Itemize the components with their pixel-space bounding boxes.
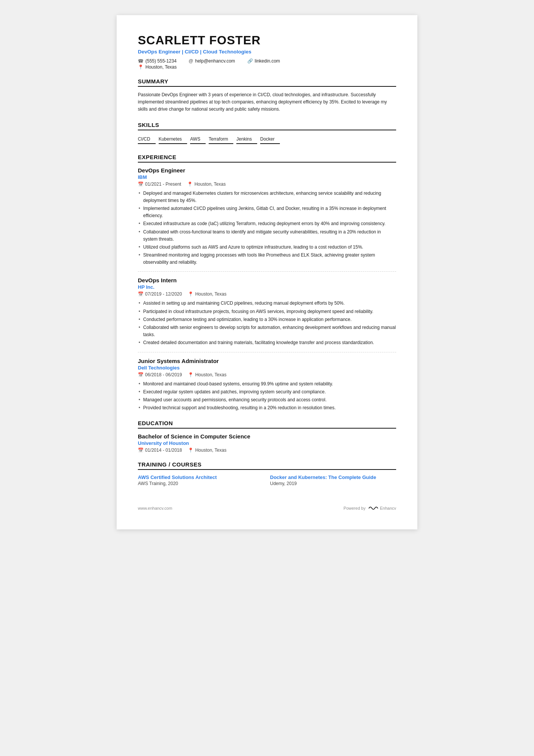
education-section-title: EDUCATION [138,420,396,429]
training-section: TRAINING / COURSES AWS Certified Solutio… [138,461,396,486]
bullet-item: Deployed and managed Kubernetes clusters… [138,190,396,204]
location-icon: 📍 [187,182,193,187]
experience-section-title: EXPERIENCE [138,154,396,163]
bullet-item: Streamlined monitoring and logging proce… [138,252,396,266]
calendar-icon: 📅 [138,182,144,187]
bullet-item: Assisted in setting up and maintaining C… [138,300,396,307]
edu-location-icon: 📍 [188,448,194,453]
company-name: HP Inc. [138,284,396,290]
location-icon: 📍 [188,291,194,297]
job-date: 📅 07/2019 - 12/2020 [138,291,182,297]
job-separator [138,271,396,272]
header: SCARLETT FOSTER DevOps Engineer | CI/CD … [138,33,396,70]
job-title: DevOps Engineer [138,167,396,174]
job-title: Junior Systems Administrator [138,358,396,364]
job-meta: 📅 01/2021 - Present 📍 Houston, Texas [138,182,396,187]
footer-website: www.enhancv.com [138,506,172,510]
job-bullets: Monitored and maintained cloud-based sys… [138,380,396,412]
bullet-item: Collaborated with senior engineers to de… [138,324,396,338]
training-item-title: Docker and Kubernetes: The Complete Guid… [270,474,396,480]
bullet-item: Executed infrastructure as code (IaC) ut… [138,220,396,227]
summary-section-title: SUMMARY [138,78,396,87]
job-meta: 📅 07/2019 - 12/2020 📍 Houston, Texas [138,291,396,297]
bullet-item: Executed regular system updates and patc… [138,388,396,396]
job-location: 📍 Houston, Texas [188,291,226,297]
link-icon: 🔗 [247,58,253,64]
company-name: Dell Technologies [138,365,396,371]
bullet-item: Managed user accounts and permissions, e… [138,396,396,404]
bullet-item: Implemented automated CI/CD pipelines us… [138,205,396,219]
bullet-item: Provided technical support and troublesh… [138,404,396,412]
footer-brand: Powered by Enhancv [344,505,396,511]
skill-tag: AWS [190,135,206,144]
jobs-container: DevOps EngineerIBM 📅 01/2021 - Present 📍… [138,167,396,412]
job-bullets: Assisted in setting up and maintaining C… [138,300,396,346]
bullet-item: Created detailed documentation and train… [138,339,396,346]
location-icon: 📍 [188,372,194,377]
resume-page: SCARLETT FOSTER DevOps Engineer | CI/CD … [117,15,417,529]
job-meta: 📅 06/2018 - 06/2019 📍 Houston, Texas [138,372,396,377]
phone-icon: ☎ [138,58,144,64]
bullet-item: Conducted performance testing and optimi… [138,316,396,323]
summary-text: Passionate DevOps Engineer with 3 years … [138,91,396,113]
training-grid: AWS Certified Solutions ArchitectAWS Tra… [138,474,396,486]
bullet-item: Monitored and maintained cloud-based sys… [138,380,396,388]
job-date: 📅 01/2021 - Present [138,182,181,187]
training-item-subtitle: Udemy, 2019 [270,481,396,486]
calendar-icon: 📅 [138,291,144,297]
skill-tag: CI/CD [138,135,156,144]
email-contact: @ help@enhancv.com [189,58,235,64]
job-location: 📍 Houston, Texas [187,182,226,187]
experience-section: EXPERIENCE DevOps EngineerIBM 📅 01/2021 … [138,154,396,412]
training-item: Docker and Kubernetes: The Complete Guid… [270,474,396,486]
skill-tag: Docker [260,135,280,144]
candidate-title: DevOps Engineer | CI/CD | Cloud Technolo… [138,49,396,55]
job-location: 📍 Houston, Texas [188,372,226,377]
bullet-item: Utilized cloud platforms such as AWS and… [138,244,396,251]
skills-section: SKILLS CI/CDKubernetesAWSTerraformJenkin… [138,122,396,146]
edu-meta: 📅 01/2014 - 01/2018 📍 Houston, Texas [138,448,396,453]
training-item: AWS Certified Solutions ArchitectAWS Tra… [138,474,264,486]
job-entry: DevOps InternHP Inc. 📅 07/2019 - 12/2020… [138,277,396,346]
skills-section-title: SKILLS [138,122,396,130]
linkedin-contact: 🔗 linkedin.com [247,58,280,64]
job-entry: Junior Systems AdministratorDell Technol… [138,358,396,412]
training-item-title: AWS Certified Solutions Architect [138,474,264,480]
job-title: DevOps Intern [138,277,396,283]
phone-contact: ☎ (555) 555-1234 [138,58,176,64]
location-contact: 📍 Houston, Texas [138,64,396,70]
contact-info: ☎ (555) 555-1234 @ help@enhancv.com 🔗 li… [138,58,396,64]
bullet-item: Collaborated with cross-functional teams… [138,229,396,243]
skills-list: CI/CDKubernetesAWSTerraformJenkinsDocker [138,135,396,146]
calendar-icon: 📅 [138,448,144,453]
job-separator [138,352,396,352]
summary-section: SUMMARY Passionate DevOps Engineer with … [138,78,396,113]
edu-school: University of Houston [138,440,396,446]
training-item-subtitle: AWS Training, 2020 [138,481,264,486]
page-footer: www.enhancv.com Powered by Enhancv [138,501,396,511]
enhancv-logo: Enhancv [368,505,396,511]
job-entry: DevOps EngineerIBM 📅 01/2021 - Present 📍… [138,167,396,266]
skill-tag: Jenkins [236,135,257,144]
bullet-item: Participated in cloud infrastructure pro… [138,308,396,315]
skill-tag: Terraform [209,135,233,144]
calendar-icon: 📅 [138,372,144,377]
email-icon: @ [189,58,193,64]
job-date: 📅 06/2018 - 06/2019 [138,372,182,377]
education-section: EDUCATION Bachelor of Science in Compute… [138,420,396,453]
enhancv-logo-svg [368,505,378,511]
edu-date: 📅 01/2014 - 01/2018 [138,448,182,453]
location-icon: 📍 [138,64,144,70]
edu-location: 📍 Houston, Texas [188,448,226,453]
company-name: IBM [138,174,396,180]
location-item: 📍 Houston, Texas [138,64,177,70]
candidate-name: SCARLETT FOSTER [138,33,396,47]
job-bullets: Deployed and managed Kubernetes clusters… [138,190,396,266]
training-section-title: TRAINING / COURSES [138,461,396,470]
edu-degree: Bachelor of Science in Computer Science [138,433,396,440]
skill-tag: Kubernetes [159,135,187,144]
